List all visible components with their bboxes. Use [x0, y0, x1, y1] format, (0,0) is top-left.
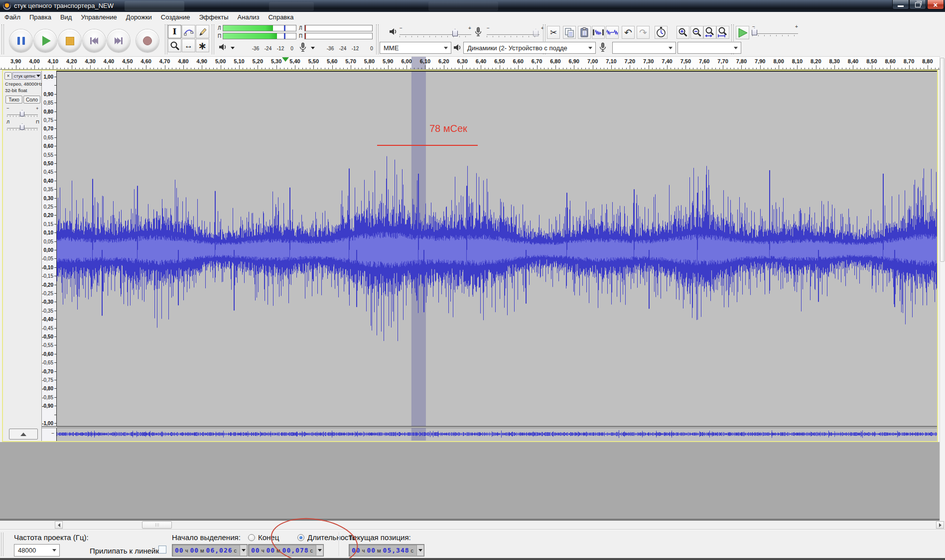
zoom-tool-button[interactable]: [168, 39, 181, 52]
play-speed-slider[interactable]: [752, 33, 798, 34]
zoom-out-button[interactable]: [690, 26, 703, 39]
project-rate-combo[interactable]: 48000: [14, 544, 60, 557]
minutes[interactable]: 00: [266, 547, 275, 554]
selection-toolbar-grip[interactable]: [1, 533, 3, 556]
play-speed-slider-ticks: [752, 35, 798, 36]
scroll-right-button[interactable]: [936, 521, 944, 529]
record-meter-right-bar[interactable]: [304, 33, 373, 39]
menu-view[interactable]: Вид: [56, 12, 77, 22]
input-volume-slider-thumb[interactable]: [533, 29, 539, 36]
output-volume-slider[interactable]: [400, 34, 471, 35]
restore-button[interactable]: [909, 0, 926, 9]
radio-end[interactable]: [248, 534, 255, 541]
seconds[interactable]: 00,078: [282, 547, 309, 554]
menu-edit[interactable]: Правка: [25, 12, 56, 22]
playback-meter-right-bar[interactable]: [223, 33, 296, 39]
menu-help[interactable]: Справка: [264, 12, 298, 22]
undo-button[interactable]: ↶: [622, 26, 635, 39]
close-button[interactable]: ×: [927, 0, 944, 9]
meter-toolbar-grip[interactable]: [212, 24, 214, 54]
radio-duration[interactable]: [297, 534, 304, 541]
output-device-combo[interactable]: Динамики (2- Устройство с подде: [463, 42, 596, 54]
horizontal-scrollbar-thumb[interactable]: [142, 521, 172, 529]
menu-tracks[interactable]: Дорожки: [122, 12, 156, 22]
sync-lock-button[interactable]: [655, 26, 668, 39]
skip-to-end-button[interactable]: [107, 29, 130, 52]
radio-end-label[interactable]: Конец: [258, 533, 279, 542]
expand-channel-button[interactable]: [9, 429, 38, 440]
menu-effects[interactable]: Эффекты: [194, 12, 233, 22]
meter-scale-tick: -36: [327, 46, 334, 51]
mixer-toolbar-grip[interactable]: [376, 24, 379, 54]
tools-toolbar-grip[interactable]: [165, 24, 167, 54]
audio-host-combo[interactable]: MME: [380, 42, 451, 54]
fit-selection-button[interactable]: [703, 26, 716, 39]
hours[interactable]: 00: [251, 547, 260, 554]
time-format-dropdown[interactable]: [240, 545, 247, 556]
copy-button[interactable]: [563, 26, 576, 39]
playback-meter-speaker-icon[interactable]: [219, 43, 228, 52]
hours[interactable]: 00: [175, 547, 184, 554]
seconds[interactable]: 06,026: [206, 547, 233, 554]
seconds[interactable]: 05,348: [383, 547, 409, 554]
record-meter-left-bar[interactable]: [304, 25, 373, 31]
track-name-menu[interactable]: стук цепног: [12, 72, 41, 80]
minimize-button[interactable]: [892, 0, 909, 9]
menu-analyze[interactable]: Анализ: [233, 12, 264, 22]
play-button[interactable]: [34, 29, 57, 52]
time-format-dropdown[interactable]: [316, 545, 323, 556]
input-volume-slider[interactable]: [487, 34, 540, 35]
solo-button[interactable]: Соло: [23, 96, 40, 104]
playback-meter-dropdown[interactable]: [229, 45, 236, 51]
redo-button[interactable]: ↷: [637, 26, 650, 39]
hours[interactable]: 00: [352, 547, 361, 554]
vertical-ruler[interactable]: 1,000,900,850,800,750,700,650,600,550,50…: [42, 71, 57, 426]
playback-meter-left-bar[interactable]: [223, 25, 296, 31]
multi-tool-button[interactable]: ∗: [196, 39, 209, 52]
record-meter-dropdown[interactable]: [309, 45, 316, 51]
timeline-ruler[interactable]: 3,904,004,104,204,304,404,504,604,704,80…: [0, 56, 945, 70]
gain-slider-thumb[interactable]: [20, 110, 24, 116]
zoom-in-button[interactable]: [676, 26, 689, 39]
track-close-button[interactable]: ×: [4, 72, 12, 80]
play-at-speed-button[interactable]: [736, 26, 749, 39]
selection-start-field[interactable]: 00ч00м06,026с: [172, 544, 248, 557]
trim-audio-button[interactable]: [592, 26, 605, 39]
time-format-dropdown[interactable]: [416, 545, 423, 556]
channel-separator[interactable]: [42, 426, 937, 427]
envelope-tool-button[interactable]: [182, 25, 195, 38]
current-position-field[interactable]: 00ч00м05,348с: [349, 544, 424, 557]
fit-project-button[interactable]: [716, 26, 729, 39]
cut-button[interactable]: ✂: [547, 26, 560, 39]
menu-transport[interactable]: Управление: [76, 12, 121, 22]
menu-file[interactable]: Файл: [0, 12, 25, 22]
paste-button[interactable]: [578, 26, 591, 39]
minutes[interactable]: 00: [190, 547, 199, 554]
waveform-canvas-left-channel[interactable]: [57, 72, 937, 426]
selection-duration-field[interactable]: 00ч00м00,078с: [248, 544, 324, 557]
output-volume-slider-thumb[interactable]: [452, 29, 458, 36]
record-meter-mic-icon[interactable]: [299, 42, 307, 52]
pan-slider-thumb[interactable]: [20, 123, 24, 130]
draw-tool-button[interactable]: [196, 25, 209, 38]
waveform-canvas-right-channel[interactable]: [57, 428, 937, 441]
selection-tool-button[interactable]: I: [168, 25, 181, 38]
vertical-scrollbar-thumb[interactable]: [940, 58, 945, 262]
silence-audio-button[interactable]: [606, 26, 619, 39]
horizontal-scrollbar[interactable]: [0, 521, 945, 530]
time-shift-tool-button[interactable]: ↔: [182, 39, 195, 52]
input-device-combo[interactable]: [612, 42, 676, 54]
record-button[interactable]: [136, 29, 159, 52]
snap-checkbox[interactable]: [158, 546, 166, 554]
skip-to-start-button[interactable]: [83, 29, 106, 52]
mute-button[interactable]: Тихо: [5, 96, 22, 104]
transport-toolbar-grip[interactable]: [1, 24, 4, 54]
stop-button[interactable]: [58, 29, 81, 52]
ruler-tick: [202, 65, 202, 69]
menu-generate[interactable]: Создание: [156, 12, 195, 22]
pause-button[interactable]: [9, 29, 32, 52]
input-channels-combo[interactable]: [677, 42, 741, 54]
playback-cursor-triangle[interactable]: [282, 57, 289, 62]
scroll-left-button[interactable]: [55, 521, 63, 529]
minutes[interactable]: 00: [367, 547, 376, 554]
